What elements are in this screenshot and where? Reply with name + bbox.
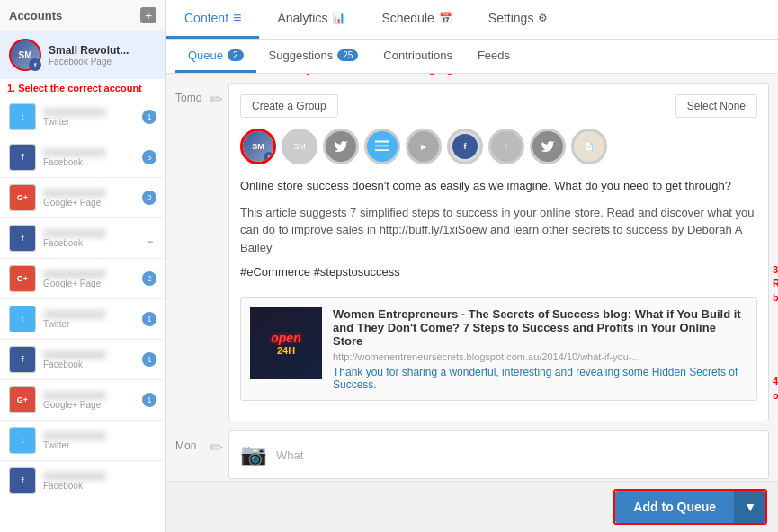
item-platform-0: Twitter [43, 117, 139, 127]
item-name-6 [43, 350, 106, 359]
sidebar-item-7[interactable]: G+ Google+ Page 1 [0, 380, 165, 421]
accounts-title: Accounts [9, 9, 62, 22]
sub-tab-suggestions[interactable]: Suggestions 25 [256, 40, 371, 73]
item-name-7 [43, 391, 106, 400]
item-name-3 [43, 229, 106, 238]
account-icon-8[interactable]: 📄 [571, 129, 607, 164]
queue-badge: 2 [228, 49, 244, 61]
item-platform-1: Facebook [43, 157, 139, 167]
item-platform-9: Facebook [43, 481, 156, 491]
section-tomorrow: Tomo [175, 83, 202, 104]
item-avatar-6: f [9, 346, 36, 373]
neon-24h-text: 24H [277, 345, 295, 356]
top-nav: Content ≡ Analytics 📊 Schedule 📅 Setting… [166, 0, 778, 40]
content-tab-icon: ≡ [233, 10, 241, 26]
account-icon-7[interactable] [530, 129, 566, 164]
item-info-8: Twitter [43, 431, 156, 450]
sub-nav: Queue 2 Suggestions 25 Contributions Fee… [166, 40, 778, 74]
analytics-tab-label: Analytics [277, 11, 327, 25]
schedule-tab-label: Schedule [381, 11, 434, 25]
sidebar-item-3[interactable]: f Facebook ... [0, 218, 165, 259]
suggestions-badge: 25 [337, 49, 358, 61]
sub-tab-contributions[interactable]: Contributions [371, 40, 465, 73]
account-icon-main[interactable]: SM f [240, 129, 276, 164]
sidebar-item-2[interactable]: G+ Google+ Page 0 [0, 178, 165, 218]
item-info-9: Facebook [43, 472, 156, 491]
account-icon-5[interactable]: f [447, 129, 483, 164]
item-info-2: Google+ Page [43, 189, 139, 208]
settings-tab-icon: ⚙ [538, 12, 548, 24]
step2-annotation: 2. Make sure only the correct account is… [229, 74, 473, 75]
svg-rect-1 [375, 145, 389, 146]
account-icons-row: SM f SM [240, 129, 757, 164]
step4-annotation: 4. When done, clickon Add to Queue. [773, 375, 778, 403]
item-info-5: Twitter [43, 310, 139, 329]
post-title-text: Online store success doesn't come as eas… [240, 177, 757, 195]
tab-analytics[interactable]: Analytics 📊 [259, 0, 363, 39]
sidebar-item-8[interactable]: t Twitter [0, 421, 165, 461]
sidebar-item-6[interactable]: f Facebook 1 [0, 340, 165, 380]
item-name-2 [43, 189, 106, 198]
tab-settings[interactable]: Settings ⚙ [470, 0, 567, 39]
item-avatar-5: t [9, 306, 36, 332]
sub-tab-queue[interactable]: Queue 2 [175, 40, 256, 73]
what-label: What [276, 448, 303, 462]
main-account-item[interactable]: SM f Small Revolut... Facebook Page [0, 31, 165, 79]
queue-tab-label: Queue [188, 49, 223, 62]
item-count-3: ... [142, 231, 156, 245]
svg-rect-2 [375, 149, 389, 151]
item-info-3: Facebook [43, 229, 139, 248]
edit-pencil-icon-2[interactable]: ✏ [210, 430, 223, 457]
account-icon-6[interactable]: ↑ [488, 129, 524, 164]
add-to-queue-button[interactable]: Add to Queue [615, 491, 734, 523]
item-name-1 [43, 148, 106, 157]
account-icon-4[interactable]: ▶ [406, 129, 442, 164]
content-tab-label: Content [184, 11, 228, 25]
create-group-row: Create a Group Select None [240, 94, 757, 118]
create-group-button[interactable]: Create a Group [240, 94, 338, 118]
item-platform-4: Google+ Page [43, 279, 139, 288]
item-info-4: Google+ Page [43, 270, 139, 288]
analytics-tab-icon: 📊 [332, 12, 345, 24]
item-info-6: Facebook [43, 350, 139, 369]
main-account-type: Facebook Page [49, 57, 156, 66]
item-platform-6: Facebook [43, 359, 139, 369]
item-count-2: 0 [142, 191, 156, 205]
item-platform-3: Facebook [43, 238, 139, 248]
item-name-4 [43, 270, 106, 279]
tab-content[interactable]: Content ≡ [166, 0, 259, 39]
step3-annotation: 3. Add the URL and the text. Recheckbefo… [773, 263, 778, 305]
sidebar-item-9[interactable]: f Facebook [0, 461, 165, 501]
footer-bar: Add to Queue ▼ [166, 481, 778, 532]
item-count-1: 5 [142, 150, 156, 164]
item-count-5: 1 [142, 312, 156, 326]
account-icon-3[interactable] [364, 129, 400, 164]
settings-tab-label: Settings [488, 11, 534, 25]
sidebar-item-5[interactable]: t Twitter 1 [0, 299, 165, 340]
tab-schedule[interactable]: Schedule 📅 [363, 0, 469, 39]
schedule-tab-icon: 📅 [439, 12, 452, 24]
item-name-8 [43, 431, 106, 440]
sidebar-item-0[interactable]: t Twitter 1 [0, 97, 165, 137]
link-preview-card: open 24H Women Entrepreneurs - The Secre… [240, 297, 757, 401]
account-icon-2[interactable] [323, 129, 359, 164]
item-info-7: Google+ Page [43, 391, 139, 410]
account-icon-1[interactable]: SM [282, 129, 317, 164]
add-account-button[interactable]: + [140, 7, 156, 23]
section-monday: Mon [175, 430, 202, 452]
item-avatar-7: G+ [9, 386, 36, 413]
hashtags-input[interactable] [240, 265, 757, 279]
item-name-5 [43, 310, 106, 319]
sub-tab-feeds[interactable]: Feeds [465, 40, 523, 73]
neon-open-text: open [271, 331, 300, 345]
select-none-button[interactable]: Select None [675, 94, 757, 118]
add-to-queue-container: Add to Queue ▼ [613, 489, 767, 525]
edit-pencil-icon[interactable]: ✏ [210, 83, 223, 110]
add-to-queue-dropdown-button[interactable]: ▼ [734, 491, 765, 523]
sidebar-item-1[interactable]: f Facebook 5 [0, 137, 165, 178]
sidebar-item-4[interactable]: G+ Google+ Page 2 [0, 259, 165, 299]
monday-post-box: 📷 What [228, 430, 769, 479]
main-account-info: Small Revolut... Facebook Page [49, 44, 156, 66]
item-platform-2: Google+ Page [43, 198, 139, 208]
item-info-1: Facebook [43, 148, 139, 167]
